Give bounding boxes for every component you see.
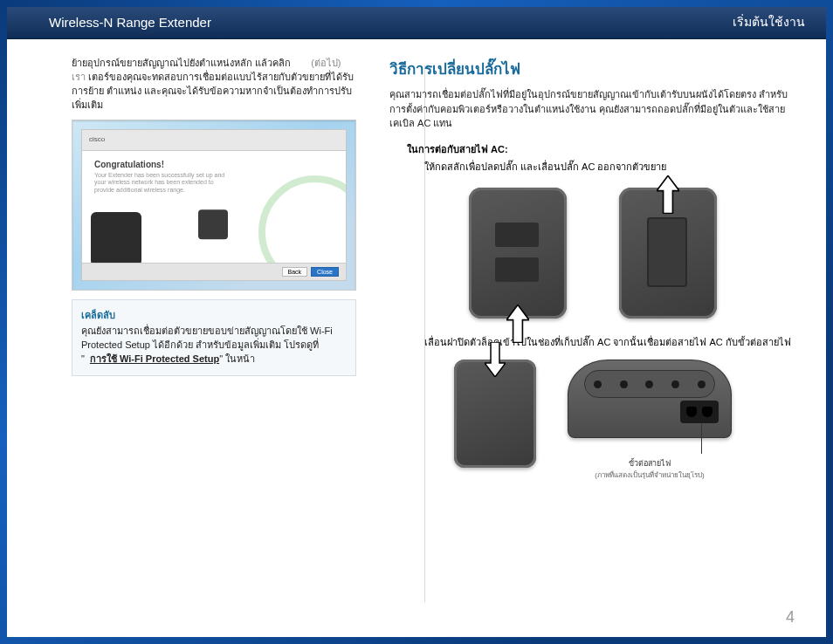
tip-box: เคล็ดลับ คุณยังสามารถเชื่อมต่อตัวขยายขอบ… xyxy=(72,299,356,376)
subheading-ac: ในการต่อกับสายไฟ AC: xyxy=(407,141,796,157)
extender-back-illustration xyxy=(619,188,717,319)
ac-caption: ขั้วต่อสายไฟ (ภาพที่แสดงเป็นรุ่นที่จำหน่… xyxy=(568,457,732,481)
arrow-down-icon xyxy=(485,342,506,373)
tip-title: เคล็ดลับ xyxy=(81,307,347,323)
ac-caption-sub: (ภาพที่แสดงเป็นรุ่นที่จำหน่ายในยุโรป) xyxy=(568,469,732,481)
screenshot-item-illustration xyxy=(198,209,228,239)
screenshot-title: Congratulations! xyxy=(94,160,346,169)
extender-cover-illustration xyxy=(454,360,536,468)
page-container: Wireless-N Range Extender เริ่มต้นใช้งาน… xyxy=(7,7,826,637)
vent-hole-icon xyxy=(645,380,653,388)
page-header: Wireless-N Range Extender เริ่มต้นใช้งาน xyxy=(7,7,826,39)
tip-tail: " ในหน้า xyxy=(219,353,255,364)
screenshot-device-illustration xyxy=(91,212,141,266)
arrow-up-icon xyxy=(506,305,529,343)
arrow-up-icon xyxy=(657,175,679,214)
tip-link[interactable]: การใช้ Wi-Fi Protected Setup xyxy=(90,353,219,367)
screenshot-window: cisco Congratulations! Your Extender has… xyxy=(81,129,347,281)
lead-text-a: ย้ายอุปกรณ์ขยายสัญญาณไปยังตำแหน่งหลัก แล… xyxy=(72,58,291,68)
step-1-text: ให้กดสลักเพื่อปลดปลั๊ก และเลื่อนปลั๊ก AC… xyxy=(424,161,796,174)
screenshot-footer: Back Close xyxy=(82,263,346,280)
screenshot-brand: cisco xyxy=(82,130,346,151)
ac-shell xyxy=(568,360,732,438)
lead-paragraph: ย้ายอุปกรณ์ขยายสัญญาณไปยังตำแหน่งหลัก แล… xyxy=(72,57,356,113)
extender-front-illustration xyxy=(469,188,567,319)
vent-hole-icon xyxy=(620,380,628,388)
screenshot-body: Congratulations! Your Extender has been … xyxy=(82,160,346,271)
intro-paragraph: คุณสามารถเชื่อมต่อปลั๊กไฟที่มีอยู่ในอุปก… xyxy=(389,87,796,131)
device-row-1 xyxy=(389,188,796,319)
setup-screenshot: cisco Congratulations! Your Extender has… xyxy=(72,120,356,291)
vent-hole-icon xyxy=(671,380,679,388)
vent-hole-icon xyxy=(698,380,706,388)
ac-vent xyxy=(584,370,715,398)
left-column: ย้ายอุปกรณ์ขยายสัญญาณไปยังตำแหน่งหลัก แล… xyxy=(23,57,356,628)
tip-quote-open: " xyxy=(81,353,85,364)
tip-body: คุณยังสามารถเชื่อมต่อตัวขยายขอบข่ายสัญญา… xyxy=(81,325,347,367)
lead-text-c: เตอร์ของคุณจะทดสอบการเชื่อมต่อแบบไร้สายก… xyxy=(72,72,354,110)
callout-line xyxy=(701,424,702,454)
ac-port-icon xyxy=(680,401,719,423)
section-heading: วิธีการเปลี่ยนปลั๊กไฟ xyxy=(389,57,796,80)
tip-body-text: คุณยังสามารถเชื่อมต่อตัวขยายขอบข่ายสัญญา… xyxy=(81,325,333,350)
header-title-left: Wireless-N Range Extender xyxy=(49,15,211,30)
right-column: วิธีการเปลี่ยนปลั๊กไฟ คุณสามารถเชื่อมต่อ… xyxy=(381,57,796,628)
page-number: 4 xyxy=(786,608,795,627)
step-2-text: เลื่อนฝาปิดตัวล็อคเข้าไปในช่องที่เก็บปลั… xyxy=(424,336,796,349)
vent-hole-icon xyxy=(594,380,602,388)
ac-connector-illustration: ขั้วต่อสายไฟ (ภาพที่แสดงเป็นรุ่นที่จำหน่… xyxy=(568,360,732,481)
screenshot-subtext: Your Extender has been successfully set … xyxy=(94,172,225,194)
screenshot-back-button: Back xyxy=(282,267,308,277)
device-row-2: ขั้วต่อสายไฟ (ภาพที่แสดงเป็นรุ่นที่จำหน่… xyxy=(389,360,796,481)
ac-caption-title: ขั้วต่อสายไฟ xyxy=(629,459,671,468)
content-area: ย้ายอุปกรณ์ขยายสัญญาณไปยังตำแหน่งหลัก แล… xyxy=(7,39,826,637)
screenshot-close-button: Close xyxy=(311,267,339,277)
header-title-right: เริ่มต้นใช้งาน xyxy=(733,12,805,31)
